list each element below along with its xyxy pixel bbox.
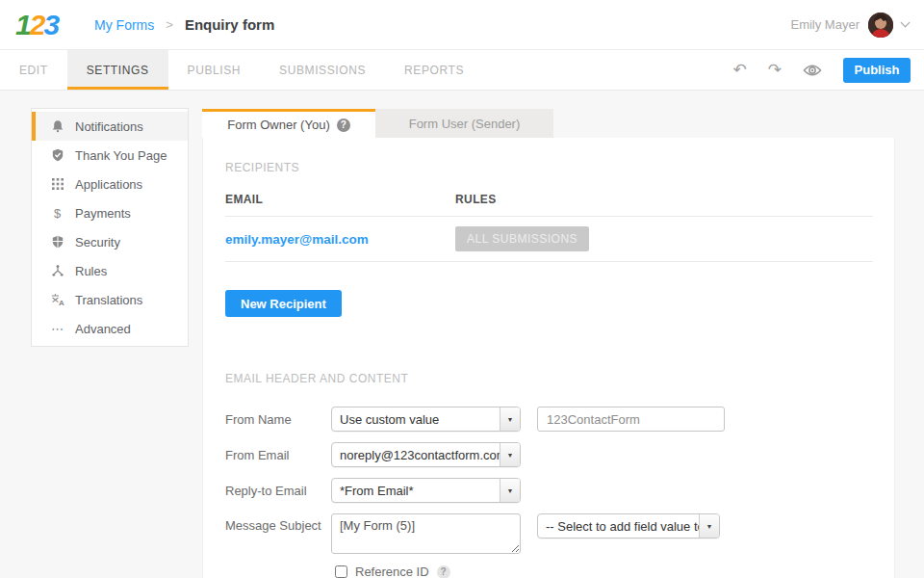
select-arrow-icon: ▼ <box>500 443 520 466</box>
help-icon[interactable]: ? <box>337 118 350 132</box>
chevron-down-icon <box>901 18 911 28</box>
sidebar-item-label: Applications <box>75 177 142 192</box>
sidebar-item-label: Notifications <box>75 119 143 134</box>
sidebar-item-label: Rules <box>75 264 107 278</box>
tab-settings[interactable]: SETTINGS <box>67 50 168 90</box>
from-name-label: From Name <box>225 412 331 427</box>
bell-icon <box>50 119 64 133</box>
branch-icon <box>50 264 64 277</box>
tab-submissions[interactable]: SUBMISSIONS <box>260 50 385 90</box>
recipient-email-link[interactable]: emily.mayer@mail.com <box>225 232 455 247</box>
table-row: emily.mayer@mail.com ALL SUBMISSIONS <box>225 217 873 262</box>
sidebar-item-applications[interactable]: Applications <box>32 170 188 198</box>
add-field-select[interactable]: -- Select to add field value to message … <box>537 513 720 539</box>
breadcrumb-my-forms[interactable]: My Forms <box>94 17 154 33</box>
from-name-row: From Name Use custom value ▼ <box>225 407 873 432</box>
sidebar-item-label: Security <box>75 235 120 250</box>
app-logo[interactable]: 123 <box>15 11 58 39</box>
sidebar-item-label: Translations <box>75 293 142 307</box>
logo-digit-1: 1 <box>15 9 30 40</box>
page-title: Enquiry form <box>185 16 274 33</box>
sidebar-item-translations[interactable]: A Translations <box>32 285 188 314</box>
reference-help-icon[interactable]: ? <box>437 565 450 578</box>
from-name-input[interactable] <box>537 407 725 432</box>
dollar-icon: $ <box>50 206 64 221</box>
reference-id-checkbox[interactable] <box>335 565 347 578</box>
select-arrow-icon: ▼ <box>500 479 520 502</box>
sidebar-item-rules[interactable]: Rules <box>32 256 188 285</box>
col-rules: RULES <box>455 193 873 206</box>
preview-eye-icon[interactable] <box>803 64 822 77</box>
reply-to-select-value: *From Email* <box>332 484 500 498</box>
from-email-label: From Email <box>225 448 331 462</box>
reference-id-row: Reference ID ? <box>335 565 873 578</box>
notifications-panel: Form Owner (You) ? Form User (Sender) RE… <box>202 109 895 578</box>
sidebar-item-thank-you-page[interactable]: Thank You Page <box>32 141 188 170</box>
reference-id-label: Reference ID <box>355 565 429 578</box>
sidebar-item-label: Advanced <box>75 322 131 336</box>
tab-edit[interactable]: EDIT <box>0 50 67 90</box>
logo-digit-3: 3 <box>43 9 58 40</box>
recipients-title: RECIPIENTS <box>225 138 873 174</box>
breadcrumb: My Forms > Enquiry form <box>94 16 274 33</box>
from-email-select-value: noreply@123contactform.com <box>332 448 500 462</box>
tab-form-user[interactable]: Form User (Sender) <box>375 109 553 138</box>
tab-form-owner[interactable]: Form Owner (You) ? <box>202 109 375 138</box>
settings-sidebar: Notifications Thank You Page Application… <box>31 108 189 347</box>
rule-badge[interactable]: ALL SUBMISSIONS <box>455 226 589 251</box>
add-field-select-value: -- Select to add field value to message <box>538 519 699 534</box>
from-name-select[interactable]: Use custom value ▼ <box>331 407 521 432</box>
reply-to-select[interactable]: *From Email* ▼ <box>331 478 521 503</box>
breadcrumb-separator: > <box>166 17 173 32</box>
message-subject-row: Message Subject [My Form (5)] -- Select … <box>225 513 873 554</box>
svg-text:A: A <box>59 299 64 306</box>
message-subject-textarea[interactable]: [My Form (5)] <box>331 513 521 554</box>
reply-to-row: Reply-to Email *From Email* ▼ <box>225 478 873 503</box>
sidebar-item-advanced[interactable]: ⋯ Advanced <box>32 314 188 343</box>
tab-form-owner-label: Form Owner (You) <box>227 118 329 132</box>
select-arrow-icon: ▼ <box>699 514 719 538</box>
recipients-table-header: EMAIL RULES <box>225 193 873 217</box>
reply-to-label: Reply-to Email <box>225 484 331 498</box>
user-name: Emily Mayer <box>790 17 860 32</box>
sidebar-item-security[interactable]: Security <box>32 227 188 256</box>
user-menu[interactable]: Emily Mayer <box>790 13 909 38</box>
message-subject-label: Message Subject <box>225 513 331 533</box>
shield-icon <box>50 235 64 249</box>
shield-check-icon <box>50 148 64 162</box>
col-email: EMAIL <box>225 193 455 206</box>
sidebar-item-payments[interactable]: $ Payments <box>32 198 188 227</box>
section-nav: EDIT SETTINGS PUBLISH SUBMISSIONS REPORT… <box>0 50 924 91</box>
tab-form-user-label: Form User (Sender) <box>409 117 521 131</box>
tab-publish[interactable]: PUBLISH <box>168 50 261 90</box>
from-email-row: From Email noreply@123contactform.com ▼ <box>225 442 873 467</box>
recipients-section: RECIPIENTS EMAIL RULES emily.mayer@mail.… <box>225 138 873 317</box>
from-email-select[interactable]: noreply@123contactform.com ▼ <box>331 442 521 467</box>
email-header-section: EMAIL HEADER AND CONTENT From Name Use c… <box>225 372 873 578</box>
email-header-title: EMAIL HEADER AND CONTENT <box>225 372 873 385</box>
new-recipient-button[interactable]: New Recipient <box>225 290 342 317</box>
redo-icon[interactable]: ↷ <box>768 62 782 78</box>
grid-icon <box>50 178 64 190</box>
tab-reports[interactable]: REPORTS <box>385 50 483 90</box>
sidebar-item-label: Payments <box>75 206 131 221</box>
from-name-select-value: Use custom value <box>332 412 500 427</box>
publish-button[interactable]: Publish <box>843 58 911 83</box>
avatar <box>868 13 893 38</box>
recipient-tabs: Form Owner (You) ? Form User (Sender) <box>202 109 895 138</box>
select-arrow-icon: ▼ <box>500 407 520 431</box>
translate-icon: A <box>50 293 64 306</box>
sidebar-item-notifications[interactable]: Notifications <box>32 112 188 141</box>
logo-digit-2: 2 <box>30 9 44 40</box>
top-header: 123 My Forms > Enquiry form Emily Mayer <box>0 0 924 50</box>
panel-body: RECIPIENTS EMAIL RULES emily.mayer@mail.… <box>202 138 895 578</box>
undo-icon[interactable]: ↶ <box>733 62 747 78</box>
ellipsis-icon: ⋯ <box>50 322 64 336</box>
sidebar-item-label: Thank You Page <box>75 148 167 163</box>
